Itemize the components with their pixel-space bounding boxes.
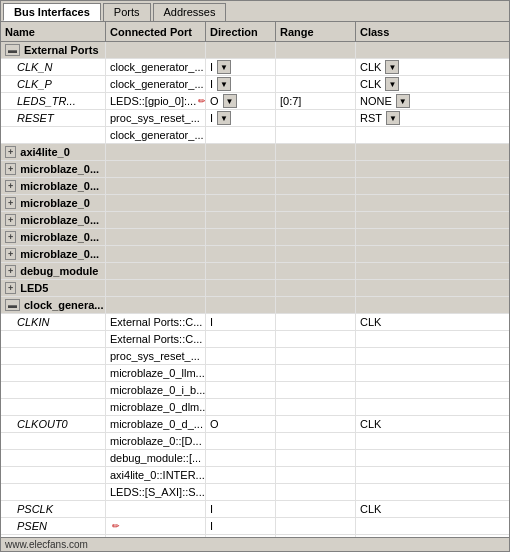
table-row[interactable]: +microblaze_0: [1, 195, 509, 212]
table-row[interactable]: PSEN✏I: [1, 518, 509, 535]
table-row[interactable]: microblaze_0_i_b...: [1, 382, 509, 399]
cell-class: [356, 399, 426, 415]
table-row[interactable]: ▬External Ports: [1, 42, 509, 59]
cell-range: [276, 484, 356, 500]
cell-connected: clock_generator_...: [106, 59, 206, 75]
expand-icon[interactable]: +: [5, 282, 16, 294]
table-row[interactable]: +microblaze_0...: [1, 178, 509, 195]
cell-class: CLK: [356, 501, 426, 517]
col-direction: Direction: [206, 22, 276, 41]
cell-class: [356, 433, 426, 449]
expand-icon[interactable]: +: [5, 197, 16, 209]
direction-dropdown[interactable]: ▼: [223, 94, 237, 108]
cell-range: [276, 382, 356, 398]
class-dropdown[interactable]: ▼: [385, 60, 399, 74]
cell-connected: LEDS::[S_AXI]::S...: [106, 484, 206, 500]
row-name-empty: [1, 348, 106, 364]
table-row[interactable]: +microblaze_0...: [1, 161, 509, 178]
cell-connected: axi4lite_0::INTER...: [106, 467, 206, 483]
cell-range: [276, 433, 356, 449]
expand-icon[interactable]: +: [5, 146, 16, 158]
cell-range: [276, 450, 356, 466]
cell-connected: debug_module::[...: [106, 450, 206, 466]
table-row[interactable]: debug_module::[...: [1, 450, 509, 467]
tab-bus-interfaces[interactable]: Bus Interfaces: [3, 3, 101, 21]
table-row[interactable]: microblaze_0::[D...: [1, 433, 509, 450]
row-name-cell: RESET: [1, 110, 106, 126]
row-name: CLKIN: [17, 316, 49, 328]
direction-dropdown[interactable]: ▼: [217, 111, 231, 125]
cell-range: [276, 331, 356, 347]
table-row[interactable]: +microblaze_0...: [1, 212, 509, 229]
cell-connected: microblaze_0_llm...: [106, 365, 206, 381]
cell-class: [356, 450, 426, 466]
table-row[interactable]: CLK_Nclock_generator_...I▼CLK▼: [1, 59, 509, 76]
table-row[interactable]: +microblaze_0...: [1, 246, 509, 263]
table-row[interactable]: ▬clock_genera...: [1, 297, 509, 314]
group-name: clock_genera...: [24, 299, 104, 311]
row-name: CLKOUT0: [17, 418, 68, 430]
table-row[interactable]: microblaze_0_dlm...: [1, 399, 509, 416]
cell-direction: O: [206, 416, 276, 432]
table-row[interactable]: External Ports::C...: [1, 331, 509, 348]
col-range: Range: [276, 22, 356, 41]
cell-range: [276, 110, 356, 126]
cell-range: [276, 161, 356, 177]
table-row[interactable]: CLKINExternal Ports::C...ICLK: [1, 314, 509, 331]
expand-icon[interactable]: +: [5, 265, 16, 277]
cell-connected: [106, 297, 206, 313]
table-row[interactable]: LEDS::[S_AXI]::S...: [1, 484, 509, 501]
cell-connected: [106, 42, 206, 58]
cell-range: [276, 416, 356, 432]
cell-connected: microblaze_0_dlm...: [106, 399, 206, 415]
row-name-empty: [1, 433, 106, 449]
table-row[interactable]: LEDS_TR...LEDS::[gpio_0]:...✏O▼[0:7]NONE…: [1, 93, 509, 110]
pencil-icon[interactable]: ✏: [112, 521, 120, 531]
expand-icon[interactable]: +: [5, 248, 16, 260]
cell-class: CLK▼: [356, 59, 426, 75]
tab-ports[interactable]: Ports: [103, 3, 151, 21]
direction-dropdown[interactable]: ▼: [217, 77, 231, 91]
table-row[interactable]: microblaze_0_llm...: [1, 365, 509, 382]
group-name: debug_module: [20, 265, 98, 277]
cell-direction: [206, 450, 276, 466]
cell-direction: [206, 467, 276, 483]
table-body[interactable]: ▬External PortsCLK_Nclock_generator_...I…: [1, 42, 509, 537]
table-row[interactable]: +LED5: [1, 280, 509, 297]
class-dropdown[interactable]: ▼: [385, 77, 399, 91]
cell-class: RST▼: [356, 110, 426, 126]
cell-range: [276, 76, 356, 92]
tab-addresses[interactable]: Addresses: [153, 3, 227, 21]
group-name: microblaze_0: [20, 197, 90, 209]
main-window: Bus Interfaces Ports Addresses Name Conn…: [0, 0, 510, 552]
table-row[interactable]: proc_sys_reset_...: [1, 348, 509, 365]
cell-connected: [106, 178, 206, 194]
row-name-cell: CLKOUT0: [1, 416, 106, 432]
cell-connected: [106, 263, 206, 279]
expand-icon[interactable]: +: [5, 214, 16, 226]
expand-icon[interactable]: +: [5, 163, 16, 175]
table-row[interactable]: +debug_module: [1, 263, 509, 280]
col-connected: Connected Port: [106, 22, 206, 41]
cell-direction: I▼: [206, 76, 276, 92]
class-dropdown[interactable]: ▼: [386, 111, 400, 125]
collapse-icon[interactable]: ▬: [5, 299, 20, 311]
cell-range: [276, 348, 356, 364]
table-row[interactable]: +microblaze_0...: [1, 229, 509, 246]
table-row[interactable]: RESETproc_sys_reset_...I▼RST▼: [1, 110, 509, 127]
expand-icon[interactable]: +: [5, 180, 16, 192]
pencil-icon[interactable]: ✏: [198, 96, 206, 106]
table-row[interactable]: CLK_Pclock_generator_...I▼CLK▼: [1, 76, 509, 93]
collapse-icon[interactable]: ▬: [5, 44, 20, 56]
table-row[interactable]: axi4lite_0::INTER...: [1, 467, 509, 484]
direction-dropdown[interactable]: ▼: [217, 60, 231, 74]
table-row[interactable]: clock_generator_...: [1, 127, 509, 144]
table-row[interactable]: CLKOUT0microblaze_0_d_...OCLK: [1, 416, 509, 433]
cell-class: NONE▼: [356, 93, 426, 109]
cell-direction: I: [206, 518, 276, 534]
table-row[interactable]: PSCLKICLK: [1, 501, 509, 518]
cell-direction: [206, 263, 276, 279]
expand-icon[interactable]: +: [5, 231, 16, 243]
class-dropdown[interactable]: ▼: [396, 94, 410, 108]
table-row[interactable]: +axi4lite_0: [1, 144, 509, 161]
